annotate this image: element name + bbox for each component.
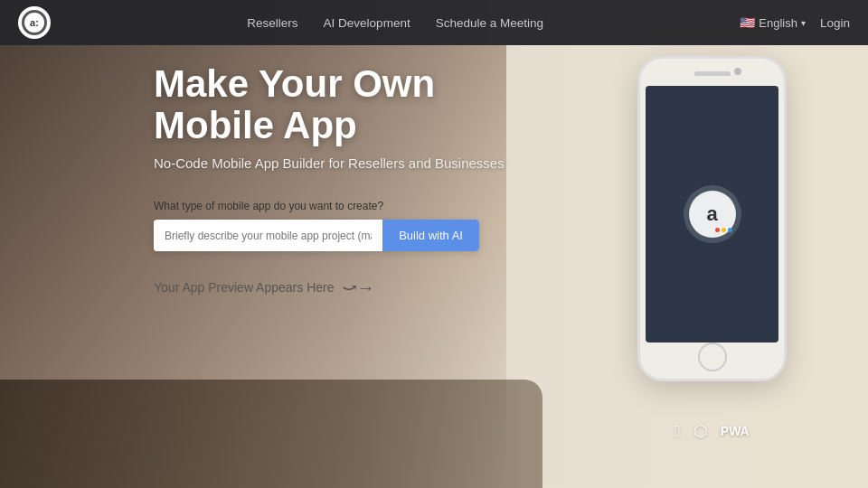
form-label: What type of mobile app do you want to c…: [154, 200, 542, 212]
logo-inner: a:: [22, 10, 47, 35]
pwa-badge: PWA: [721, 424, 750, 438]
ai-form: Build with AI: [154, 220, 479, 251]
phone-mockup: a: [637, 56, 787, 390]
nav-ai-development[interactable]: AI Development: [324, 16, 410, 30]
phone-speaker: [694, 71, 731, 76]
preview-hint: Your App Preview Appears Here ⤻→: [154, 277, 542, 298]
preview-hint-text: Your App Preview Appears Here: [154, 280, 335, 295]
hero-subtitle: No-Code Mobile App Builder for Resellers…: [154, 155, 542, 171]
logo-text: a:: [30, 17, 39, 28]
nav-links: Resellers AI Development Schedule a Meet…: [247, 16, 543, 30]
logo[interactable]: a:: [18, 6, 51, 39]
nav-schedule-meeting[interactable]: Schedule a Meeting: [436, 16, 543, 30]
app-logo: a: [684, 185, 741, 243]
phone-camera: [734, 68, 741, 75]
navbar: a: Resellers AI Development Schedule a M…: [0, 0, 868, 45]
arrow-icon: ⤻→: [342, 277, 375, 298]
dot-red: [715, 228, 720, 232]
app-logo-inner: a: [689, 191, 736, 238]
hero-desk: [0, 380, 542, 488]
login-button[interactable]: Login: [820, 16, 850, 30]
hero-title: Make Your Own Mobile App: [154, 63, 542, 146]
chevron-down-icon: ▾: [801, 18, 806, 28]
app-description-input[interactable]: [154, 221, 382, 251]
nav-right: 🇺🇸 English ▾ Login: [740, 15, 850, 30]
app-logo-letter: a: [706, 202, 717, 226]
dot-blue: [728, 228, 732, 232]
platform-icons:  ⬡ PWA: [637, 421, 787, 441]
nav-resellers[interactable]: Resellers: [247, 16, 297, 30]
logo-dots: [715, 228, 732, 232]
language-label: English: [759, 16, 797, 30]
apple-icon: : [675, 422, 681, 441]
language-selector[interactable]: 🇺🇸 English ▾: [740, 15, 806, 30]
hero-content: Make Your Own Mobile App No-Code Mobile …: [154, 63, 542, 298]
dot-yellow: [722, 228, 726, 232]
phone-body: a: [637, 56, 787, 381]
hero-section: a: Resellers AI Development Schedule a M…: [0, 0, 868, 488]
android-icon: ⬡: [693, 421, 708, 441]
build-ai-button[interactable]: Build with AI: [382, 220, 479, 251]
flag-icon: 🇺🇸: [740, 15, 755, 30]
phone-screen: a: [646, 86, 778, 343]
phone-home-button: [698, 343, 727, 371]
